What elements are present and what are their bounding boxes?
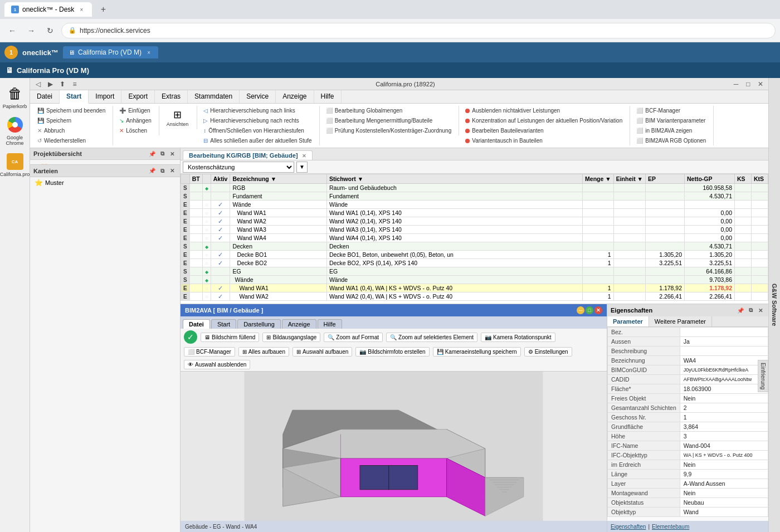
panel-close-btn[interactable]: ✕ xyxy=(168,149,177,158)
bim-viewport[interactable] xyxy=(181,372,607,521)
bim-tab-start[interactable]: Start xyxy=(211,319,236,329)
table-row[interactable]: E ○ ✓ Decke BO2 Decke BO2, XPS (0,14), X… xyxy=(181,259,768,267)
bim-tab-hilfe[interactable]: Hilfe xyxy=(318,319,342,329)
table-row[interactable]: S ◆ Decken Decken 4.530,71 xyxy=(181,242,768,251)
btn-bcf3[interactable]: ⬜ in BIM2AVA zeigen xyxy=(633,126,709,135)
ribbon-tab-datei[interactable]: Datei xyxy=(30,90,60,103)
bim-btn-zoom-format[interactable]: 🔍 Zoom auf Format xyxy=(324,333,383,342)
btn-anhaengen[interactable]: ↘ Anhängen xyxy=(116,116,154,125)
address-bar[interactable]: 🔒 https://oneclick.services xyxy=(61,23,776,38)
karteien-close-btn[interactable]: ✕ xyxy=(168,167,177,175)
karteien-pin-btn[interactable]: 📌 xyxy=(148,167,157,175)
btn-cancel[interactable]: ✕ Abbruch xyxy=(35,126,108,135)
table-row[interactable]: S ◆ RGB Raum- und Gebäudebuch 160.958,58 xyxy=(181,184,768,192)
bim-ok-btn[interactable]: ✓ xyxy=(184,330,197,344)
bim-btn-ausblenden[interactable]: 👁 Auswahl ausblenden xyxy=(184,360,250,369)
bim-btn-kamera[interactable]: 📷 Kamera Rotationspunkt xyxy=(481,333,555,342)
browser-tab[interactable]: 1 oneclick™ - Desk × xyxy=(4,2,92,17)
bim-btn-screenshot[interactable]: 📷 Bildschirmfoto erstellen xyxy=(355,347,429,357)
bim-btn-einstellungen[interactable]: ⚙ Einstellungen xyxy=(524,347,572,357)
spreadsheet-tab-x[interactable]: ✕ xyxy=(302,153,306,159)
ribbon-tab-hilfe[interactable]: Hilfe xyxy=(314,90,342,103)
props-float-btn[interactable]: ⧉ xyxy=(746,306,755,315)
props-pin-btn[interactable]: 📌 xyxy=(736,306,745,315)
ribbon-tab-export[interactable]: Export xyxy=(121,90,155,103)
btn-save[interactable]: 💾 Speichern xyxy=(35,116,108,125)
btn-ausbl1[interactable]: Ausblenden nichtaktiver Leistungen xyxy=(462,106,625,115)
bim-btn-ausgangslage[interactable]: ⊞ Bildausgangslage xyxy=(262,333,320,342)
btn-ansichten[interactable]: ⊞ Ansichten xyxy=(163,106,193,129)
bim-maximize-btn[interactable]: □ xyxy=(586,306,593,314)
bim-close-btn[interactable]: ✕ xyxy=(594,306,602,314)
ribbon-tab-stammdaten[interactable]: Stammdaten xyxy=(188,90,240,103)
btn-ausbl2[interactable]: Konzentration auf Leistungen der aktuell… xyxy=(462,116,625,125)
btn-hier2[interactable]: ▷ Hierarchieverschiebung nach rechts xyxy=(201,116,314,125)
panel-pin-btn[interactable]: 📌 xyxy=(148,149,157,158)
ribbon-toolbar-btn2[interactable]: ▶ xyxy=(45,79,56,89)
props-tab-weitere[interactable]: Weitere Parameter xyxy=(649,316,712,326)
forward-btn[interactable]: → xyxy=(23,23,39,38)
btn-restore[interactable]: ↺ Wiederherstellen xyxy=(35,136,108,145)
reload-btn[interactable]: ↻ xyxy=(42,23,58,38)
btn-hier4[interactable]: ⊟ Alles schließen außer der aktuellen St… xyxy=(201,136,314,145)
table-row[interactable]: S ◆ EG EG 64.166,86 xyxy=(181,267,768,276)
btn-bearb1[interactable]: ⬜ Bearbeitung Globalmengen xyxy=(323,106,455,115)
btn-ausbl4[interactable]: Variantentausch in Bauteilen xyxy=(462,136,625,145)
new-tab-btn[interactable]: + xyxy=(96,3,110,16)
btn-bearb2[interactable]: ⬜ Bearbeitung Mengenermittlung/Bauteile xyxy=(323,116,455,125)
sidebar-item-papierkorb[interactable]: 🗑 Papierkorb xyxy=(3,82,27,111)
ribbon-tab-import[interactable]: Import xyxy=(89,90,121,103)
table-row[interactable]: E ○ ✓ Wand WA4 Wand WA4 (0,14), XPS 140 … xyxy=(181,234,768,242)
btn-bcf1[interactable]: ⬜ BCF-Manager xyxy=(633,106,709,115)
ribbon-toolbar-btn4[interactable]: ≡ xyxy=(69,79,80,89)
table-row[interactable]: E ○ ✓ Wand WA3 Wand WA3 (0,14), XPS 140 … xyxy=(181,226,768,234)
table-row[interactable]: E ○ ✓ Wand WA2 Wand WA2 (0,4), WA | KS +… xyxy=(181,292,768,301)
ribbon-tab-extras[interactable]: Extras xyxy=(155,90,188,103)
app-tab[interactable]: 🖥 California Pro (VD M) × xyxy=(63,46,158,58)
ribbon-maximize[interactable]: □ xyxy=(743,79,754,89)
table-row[interactable]: S Fundament Fundament 4.530,71 xyxy=(181,192,768,201)
btn-einfuegen[interactable]: ➕ Einfügen xyxy=(116,106,154,115)
bim-tab-darstellung[interactable]: Darstellung xyxy=(237,319,281,329)
bim-btn-alles[interactable]: ⊞ Alles aufbauen xyxy=(238,347,289,357)
props-status-link1[interactable]: Eigenschaften xyxy=(611,524,646,530)
ribbon-toolbar-btn1[interactable]: ◁ xyxy=(32,79,43,89)
btn-bcf4[interactable]: ⬜ BIM2AVA RGB Optionen xyxy=(633,136,709,145)
ribbon-toolbar-btn3[interactable]: ⬆ xyxy=(57,79,68,89)
bim-btn-bcf[interactable]: ⬜ BCF-Manager xyxy=(184,347,235,357)
bim-minimize-btn[interactable]: ─ xyxy=(577,306,584,314)
btn-ausbl3[interactable]: Bearbeiten Bauteilevarianten xyxy=(462,126,625,135)
ribbon-close[interactable]: ✕ xyxy=(755,79,766,89)
ribbon-minimize[interactable]: ─ xyxy=(730,79,742,89)
bim-btn-zoom-sel[interactable]: 🔍 Zoom auf selektiertes Element xyxy=(386,333,477,342)
bim-tab-anzeige[interactable]: Anzeige xyxy=(282,319,316,329)
table-row[interactable]: E ○ ✓ Wand WA1 Wand WA1 (0,4), WA | KS +… xyxy=(181,284,768,292)
dropdown-expand-btn[interactable]: ▼ xyxy=(296,162,308,173)
spreadsheet-tab[interactable]: Bearbeitung KG/RGB [BIM; Gebäude] ✕ xyxy=(183,150,313,160)
btn-hier1[interactable]: ◁ Hierarchieverschiebung nach links xyxy=(201,106,314,115)
btn-hier3[interactable]: ↕ Öffnen/Schließen von Hierarchiestufen xyxy=(201,126,314,135)
btn-loeschen[interactable]: ✕ Löschen xyxy=(116,126,154,135)
table-row[interactable]: E ○ ✓ Wände Wände xyxy=(181,201,768,209)
bim-btn-kamera-save[interactable]: 💾 Kameraeinstellung speichern xyxy=(433,347,521,357)
props-status-link2[interactable]: Elementebaum xyxy=(652,524,689,530)
back-btn[interactable]: ← xyxy=(4,23,20,38)
btn-bearb3[interactable]: ⬜ Prüfung Kostenstellen/Kostenträger-Zuo… xyxy=(323,126,455,135)
ribbon-tab-service[interactable]: Service xyxy=(240,90,276,103)
kostenschatzung-dropdown[interactable]: Kostenschätzung xyxy=(183,162,294,173)
table-row[interactable]: E ○ ✓ Decke BO1 Decke BO1, Beton, unbewe… xyxy=(181,251,768,259)
app-tab-close[interactable]: × xyxy=(145,48,153,56)
karteien-item-muster[interactable]: ⭐ Muster xyxy=(30,177,180,188)
einfrierung-tab[interactable]: Einfrierung xyxy=(758,360,768,392)
table-row[interactable]: E ○ ✓ Wand WA1 Wand WA1 (0,14), XPS 140 … xyxy=(181,209,768,217)
ribbon-tab-anzeige[interactable]: Anzeige xyxy=(276,90,314,103)
panel-float-btn[interactable]: ⧉ xyxy=(158,149,167,158)
table-row[interactable]: E ○ ✓ Wand WA2 Wand WA2 (0,14), XPS 140 … xyxy=(181,217,768,226)
sidebar-item-chrome[interactable]: Google Chrome xyxy=(3,114,27,148)
bim-btn-auswahl[interactable]: ⊞ Auswahl aufbauen xyxy=(292,347,352,357)
btn-bcf2[interactable]: ⬜ BIM Variantenparameter xyxy=(633,116,709,125)
bim-btn-bildschirm[interactable]: 🖥 Bildschirm füllend xyxy=(201,333,259,342)
props-close-btn[interactable]: ✕ xyxy=(756,306,765,315)
tab-close-btn[interactable]: × xyxy=(77,6,85,13)
props-tab-parameter[interactable]: Parameter xyxy=(607,316,649,326)
